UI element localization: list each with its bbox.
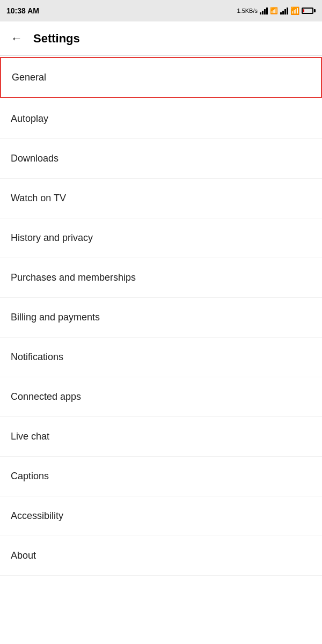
settings-item-downloads[interactable]: Downloads [0,139,322,179]
network-speed: 1.5KB/s [237,8,258,14]
settings-item-billing-and-payments[interactable]: Billing and payments [0,298,322,338]
settings-item-about[interactable]: About [0,536,322,576]
status-time: 10:38 AM [6,6,39,15]
app-bar: ← Settings [0,21,322,56]
settings-item-autoplay[interactable]: Autoplay [0,99,322,139]
settings-item-notifications[interactable]: Notifications [0,338,322,377]
settings-item-label-downloads: Downloads [11,153,58,164]
page-title: Settings [33,32,80,46]
settings-item-general[interactable]: General [0,57,322,98]
status-right-icons: 1.5KB/s 📶 📶 [237,6,316,15]
settings-item-label-about: About [11,550,36,561]
settings-item-accessibility[interactable]: Accessibility [0,496,322,536]
settings-item-history-and-privacy[interactable]: History and privacy [0,218,322,258]
settings-item-connected-apps[interactable]: Connected apps [0,377,322,417]
settings-item-label-connected-apps: Connected apps [11,391,81,402]
settings-item-label-general: General [12,72,46,83]
battery-icon [302,8,316,14]
settings-item-label-notifications: Notifications [11,352,63,363]
settings-item-label-captions: Captions [11,471,49,482]
settings-item-live-chat[interactable]: Live chat [0,417,322,457]
settings-item-label-purchases-and-memberships: Purchases and memberships [11,272,136,283]
wifi-icon: 📶 [290,6,299,15]
settings-item-captions[interactable]: Captions [0,457,322,496]
signal-bars-icon [260,7,268,14]
settings-item-label-accessibility: Accessibility [11,510,63,522]
settings-item-label-live-chat: Live chat [11,431,49,442]
back-arrow-icon: ← [11,32,23,46]
settings-list: GeneralAutoplayDownloadsWatch on TVHisto… [0,57,322,576]
settings-item-label-autoplay: Autoplay [11,113,48,125]
settings-item-label-history-and-privacy: History and privacy [11,232,93,244]
status-bar: 10:38 AM 1.5KB/s 📶 📶 [0,0,322,21]
back-button[interactable]: ← [9,30,25,48]
settings-item-watch-on-tv[interactable]: Watch on TV [0,179,322,218]
settings-item-label-watch-on-tv: Watch on TV [11,193,66,204]
sim-icon: 📶 [270,7,278,14]
settings-item-label-billing-and-payments: Billing and payments [11,312,100,323]
signal-bars2-icon [280,7,288,14]
settings-item-purchases-and-memberships[interactable]: Purchases and memberships [0,258,322,298]
